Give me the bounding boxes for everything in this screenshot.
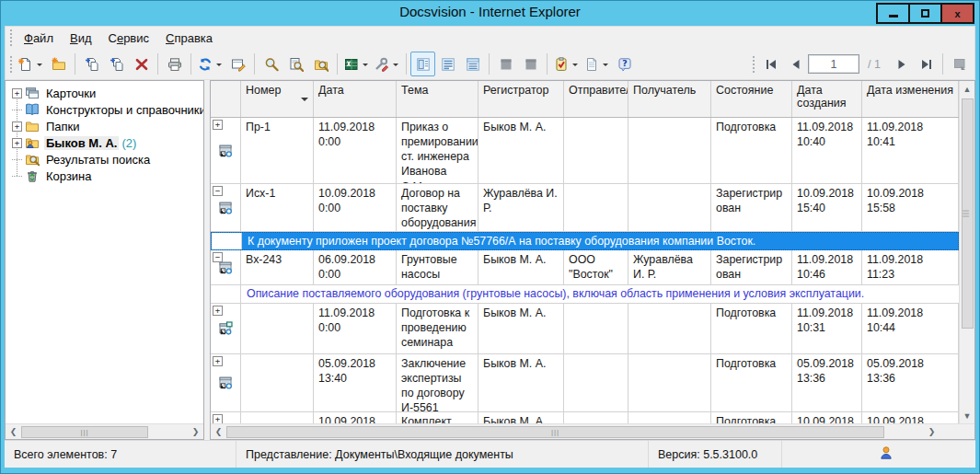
menu-item-4[interactable]: Справка (157, 29, 221, 48)
new-folder-button[interactable] (46, 52, 71, 76)
delete-button[interactable] (129, 52, 154, 76)
search-in-view-button[interactable] (283, 52, 308, 76)
search-button[interactable] (259, 52, 283, 76)
scroll-down-arrow[interactable]: ▼ (960, 408, 975, 423)
view-table-button[interactable] (460, 52, 485, 76)
table-row[interactable]: +05.09.2018 13:40Заключение экспертизы п… (211, 354, 959, 412)
pagination-grip-handle[interactable] (753, 56, 755, 73)
toolbar: ? / 1 (5, 49, 975, 80)
svg-text:?: ? (622, 58, 628, 68)
menu-item-1[interactable]: Файл (16, 29, 62, 48)
expand-icon[interactable]: + (12, 88, 22, 98)
expand-icon[interactable]: + (213, 120, 223, 130)
close-button[interactable]: x (942, 5, 973, 22)
table-row[interactable]: +Пр-111.09.2018 0:00Приказ о премировани… (211, 118, 959, 184)
document-grid-pane: НомерДатаТемаРегистраторОтправительПолуч… (210, 80, 975, 440)
scroll-up-arrow[interactable]: ▲ (960, 81, 975, 97)
scroll-left-arrow[interactable]: ❮ (6, 424, 21, 440)
first-page-button[interactable] (758, 52, 783, 76)
expand-icon[interactable]: + (12, 121, 22, 132)
grid-header-row: НомерДатаТемаРегистраторОтправительПолуч… (211, 81, 959, 118)
sidebar-item-1[interactable]: +Карточки (6, 85, 203, 101)
sidebar-item-6[interactable]: Корзина (6, 168, 203, 184)
menu-item-3[interactable]: Сервис (100, 29, 158, 48)
expand-icon[interactable]: + (213, 306, 223, 316)
maximize-button[interactable] (910, 5, 940, 22)
column-header-8[interactable]: Дата создания (792, 81, 862, 117)
column-header-expander[interactable] (211, 81, 241, 117)
scroll-left-arrow[interactable]: ❮ (211, 424, 226, 440)
cell-state: Подготовка (711, 304, 792, 353)
help-button[interactable]: ? (612, 52, 637, 76)
tree-horizontal-scrollbar[interactable]: ❮ ||| ❯ (6, 423, 203, 439)
user-icon (879, 445, 894, 463)
view-list-button[interactable] (435, 52, 460, 76)
scrollbar-thumb[interactable]: ||| (226, 426, 884, 438)
dropdown-arrow-icon (572, 64, 578, 69)
column-header-5[interactable]: Отправитель (564, 81, 628, 117)
refresh-icon (198, 57, 213, 72)
report-button[interactable] (582, 52, 612, 76)
doc-card-icon (218, 376, 233, 390)
item-count-badge: (2) (121, 136, 136, 150)
comment-row[interactable]: Описание поставляемого оборудования (гру… (211, 285, 959, 304)
column-header-2[interactable]: Дата (314, 81, 397, 117)
copy-card-button[interactable] (79, 52, 104, 76)
paste-card-button[interactable] (104, 52, 129, 76)
cell-recipient (628, 354, 711, 411)
export-excel-button[interactable] (341, 52, 372, 76)
cell-state: Зарегистрирован (711, 250, 792, 284)
menu-bar: ФайлВидСервисСправка (5, 26, 975, 49)
new-card-button[interactable] (16, 52, 46, 76)
row-gutter-cell: − (211, 184, 241, 231)
search-card-icon (289, 57, 304, 72)
cell-registrar: Быков М. А. (478, 250, 564, 284)
grid-vertical-scrollbar[interactable]: ▲ ||| ▼ (959, 81, 974, 423)
expand-icon[interactable]: + (213, 356, 223, 366)
column-header-6[interactable]: Получатель (628, 81, 711, 117)
table-row[interactable]: −Вх-24306.09.2018 0:00Грунтовые насосыБы… (211, 250, 959, 285)
collapse-icon[interactable]: − (213, 252, 223, 262)
search-folder-button[interactable] (308, 52, 333, 76)
comment-row-selected[interactable]: К документу приложен проект договора №57… (211, 232, 959, 250)
settings-button[interactable] (372, 52, 402, 76)
prev-page-button[interactable] (783, 52, 808, 76)
last-page-button[interactable] (914, 52, 939, 76)
expand-icon[interactable]: + (12, 138, 22, 148)
scrollbar-thumb[interactable]: ||| (962, 98, 974, 329)
menu-item-2[interactable]: Вид (62, 29, 100, 48)
column-header-1[interactable]: Номер (241, 81, 314, 117)
sidebar-item-2[interactable]: Конструкторы и справочники (6, 101, 203, 118)
status-user-panel (782, 441, 975, 468)
column-header-4[interactable]: Регистратор (478, 81, 564, 117)
sidebar-item-5[interactable]: Результаты поиска (6, 151, 203, 168)
next-page-button[interactable] (889, 52, 914, 76)
cell-modified: 10.09.2018 10:45 (862, 412, 959, 423)
scroll-right-arrow[interactable]: ❯ (924, 424, 940, 440)
print-button[interactable] (162, 52, 187, 76)
refresh-button[interactable] (195, 52, 225, 76)
toolbar-grip-handle[interactable] (10, 56, 12, 73)
table-row[interactable]: +10.09.2018КомплектБыков М. А.Подготовка… (211, 412, 959, 423)
sidebar-item-4[interactable]: +Быков М. А.(2) (6, 134, 203, 151)
page-number-input[interactable] (808, 54, 859, 74)
column-header-3[interactable]: Тема (397, 81, 478, 117)
column-header-7[interactable]: Состояние (711, 81, 792, 117)
grid-horizontal-scrollbar[interactable]: ❮ ||| ❯ (211, 423, 974, 439)
table-row[interactable]: +11.09.2018 0:00Подготовка к проведению … (211, 304, 959, 354)
cell-recipient (628, 118, 711, 183)
menubar-grip-handle[interactable] (10, 29, 12, 46)
sidebar-item-3[interactable]: +Папки (6, 118, 203, 134)
collapse-icon[interactable]: − (213, 186, 223, 196)
view-cards-button[interactable] (410, 52, 435, 76)
tasks-button[interactable] (551, 52, 582, 76)
scroll-right-arrow[interactable]: ❯ (188, 424, 203, 440)
scrollbar-thumb[interactable]: ||| (21, 426, 148, 438)
expand-icon[interactable]: + (213, 414, 223, 423)
minimize-button[interactable] (878, 5, 908, 22)
toolbar-group-5 (259, 52, 333, 76)
table-row[interactable]: −Исх-110.09.2018 0:00Договор на поставку… (211, 184, 959, 232)
edit-card-button[interactable] (225, 52, 250, 76)
column-header-9[interactable]: Дата изменения (862, 81, 959, 117)
pagination-toolbar: / 1 (750, 52, 972, 76)
